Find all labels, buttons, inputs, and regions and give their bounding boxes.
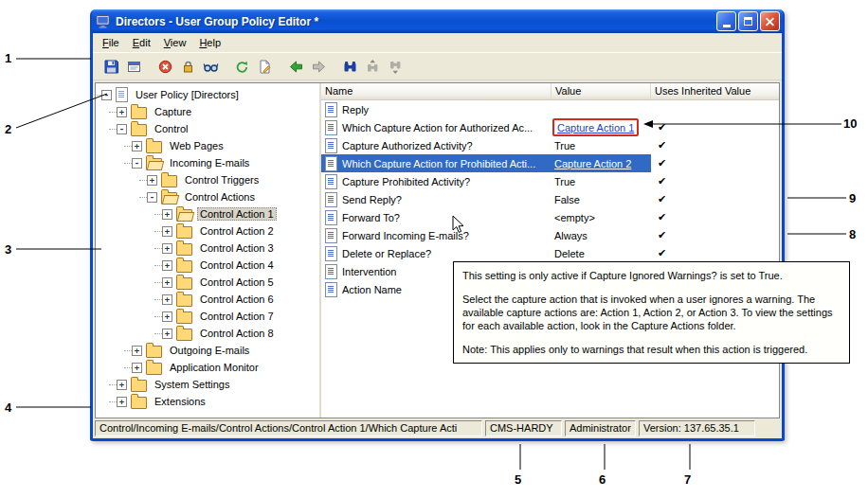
tree-item-control-action-3[interactable]: + Control Action 3 — [99, 240, 319, 257]
expander-icon[interactable]: + — [162, 260, 172, 271]
expander-icon[interactable]: + — [162, 226, 172, 237]
callout-1: 1 — [5, 51, 11, 65]
expander-icon[interactable]: + — [162, 329, 172, 339]
tree-item-control-action-7[interactable]: + Control Action 7 — [99, 308, 319, 325]
list-row-forward-to[interactable]: Forward To? <empty> ✔ — [321, 208, 779, 226]
expander-icon[interactable]: - — [132, 158, 142, 169]
settings-list: Name Value Uses Inherited Value Reply Wh… — [321, 83, 779, 418]
expander-icon[interactable]: - — [101, 90, 112, 100]
value-link[interactable]: Capture Action 1 — [557, 122, 634, 133]
menu-file[interactable]: File — [96, 35, 126, 50]
back-button[interactable] — [284, 55, 307, 78]
expander-icon[interactable]: + — [147, 175, 157, 186]
column-header-name[interactable]: Name — [321, 83, 552, 99]
list-row-capture-authorized-activity[interactable]: Capture Authorized Activity? True ✔ — [321, 136, 779, 154]
view-button[interactable] — [199, 55, 222, 78]
expander-icon[interactable]: + — [162, 277, 172, 288]
tree-item-control-action-4[interactable]: + Control Action 4 — [99, 257, 319, 274]
expander-icon[interactable]: + — [132, 346, 142, 356]
expander-icon[interactable]: + — [162, 311, 172, 322]
setting-icon — [325, 174, 337, 189]
find-next-button[interactable] — [384, 55, 407, 78]
properties-button[interactable] — [122, 55, 145, 78]
back-arrow-icon — [288, 59, 304, 75]
expander-icon[interactable]: - — [117, 124, 127, 134]
open-folder-icon — [176, 207, 192, 222]
list-row-capture-action-authorized[interactable]: Which Capture Action for Authorized Ac..… — [321, 118, 779, 136]
tree-item-control-actions[interactable]: - Control Actions — [99, 188, 319, 205]
minimize-button[interactable] — [716, 11, 736, 31]
column-header-value[interactable]: Value — [552, 83, 651, 99]
window-title: Directors - User Group Policy Editor * — [116, 15, 714, 28]
tree-item-application-monitor[interactable]: + Application Monitor — [99, 359, 319, 376]
tree-item-control-action-5[interactable]: + Control Action 5 — [99, 274, 319, 291]
mouse-cursor-icon — [452, 215, 465, 234]
setting-icon — [325, 264, 337, 279]
column-header-uses-inherited-value[interactable]: Uses Inherited Value — [651, 83, 779, 99]
expander-icon[interactable]: + — [117, 397, 127, 407]
tree-item-extensions[interactable]: + Extensions — [99, 393, 319, 410]
value-link[interactable]: Capture Action 2 — [554, 158, 631, 169]
expander-icon[interactable]: - — [147, 192, 157, 203]
menu-view[interactable]: View — [157, 35, 193, 50]
list-row-send-reply[interactable]: Send Reply? False ✔ — [321, 190, 779, 208]
setting-icon — [325, 138, 337, 153]
expander-icon[interactable]: + — [162, 209, 172, 220]
find-previous-button[interactable] — [361, 55, 384, 78]
tree-item-capture[interactable]: + Capture — [99, 103, 319, 120]
list-row-reply[interactable]: Reply — [321, 100, 779, 118]
app-icon — [96, 14, 111, 28]
expander-icon[interactable]: + — [117, 107, 127, 117]
expander-icon[interactable]: + — [162, 294, 172, 305]
menu-help[interactable]: Help — [192, 35, 227, 50]
find-button[interactable] — [338, 55, 361, 78]
tree-item-outgoing-emails[interactable]: + Outgoing E-mails — [99, 342, 319, 359]
setting-icon — [325, 192, 337, 207]
callout-6: 6 — [599, 472, 606, 487]
list-row-delete-or-replace[interactable]: Delete or Replace? Delete ✔ — [321, 244, 779, 262]
folder-icon — [131, 378, 147, 392]
tree-item-control[interactable]: - Control — [99, 120, 319, 137]
setting-icon — [325, 120, 337, 135]
expander-icon[interactable]: + — [132, 141, 142, 151]
expander-icon[interactable]: + — [132, 363, 142, 373]
callout-2: 2 — [5, 122, 11, 136]
lock-button[interactable] — [176, 55, 199, 78]
new-page-button[interactable] — [253, 55, 276, 78]
tree-item-incoming-emails[interactable]: - Incoming E-mails — [99, 154, 319, 171]
binoculars-icon — [342, 59, 358, 75]
callout-8: 8 — [849, 227, 856, 241]
setting-icon — [325, 210, 337, 225]
stop-button[interactable] — [154, 55, 176, 78]
folder-icon — [146, 344, 162, 358]
list-row-forward-incoming-emails[interactable]: Forward Incoming E-mails? Always ✔ — [321, 226, 779, 244]
folder-icon — [176, 310, 192, 324]
tree-item-control-triggers[interactable]: + Control Triggers — [99, 171, 319, 188]
setting-icon — [325, 282, 337, 297]
callout-5: 5 — [515, 472, 521, 487]
tree-item-control-action-6[interactable]: + Control Action 6 — [99, 291, 319, 308]
refresh-button[interactable] — [230, 55, 253, 78]
maximize-button[interactable] — [738, 11, 758, 31]
inherited-check: ✔ — [658, 247, 666, 259]
find-previous-icon — [365, 59, 381, 75]
list-row-capture-prohibited-activity[interactable]: Capture Prohibited Activity? True ✔ — [321, 172, 779, 190]
expander-icon[interactable]: + — [162, 243, 172, 254]
save-button[interactable] — [99, 55, 122, 78]
menu-edit[interactable]: Edit — [126, 35, 157, 50]
close-button[interactable] — [760, 11, 780, 31]
tree-item-control-action-2[interactable]: + Control Action 2 — [99, 222, 319, 240]
status-user: Administrator — [565, 420, 636, 436]
expander-icon[interactable]: + — [117, 380, 127, 390]
forward-button[interactable] — [307, 55, 330, 78]
tree-item-control-action-1[interactable]: + Control Action 1 — [99, 205, 319, 222]
tree-item-control-action-8[interactable]: + Control Action 8 — [99, 325, 319, 342]
find-next-icon — [388, 59, 404, 75]
tree-item-web-pages[interactable]: + Web Pages — [99, 137, 319, 154]
list-row-capture-action-prohibited[interactable]: Which Capture Action for Prohibited Acti… — [321, 154, 779, 172]
tree-item-user-policy[interactable]: - User Policy [Directors] — [99, 86, 319, 103]
inherited-check: ✔ — [658, 175, 666, 187]
inherited-check: ✔ — [658, 211, 666, 223]
tree-item-system-settings[interactable]: + System Settings — [99, 376, 319, 393]
title-bar[interactable]: Directors - User Group Policy Editor * — [92, 9, 783, 33]
